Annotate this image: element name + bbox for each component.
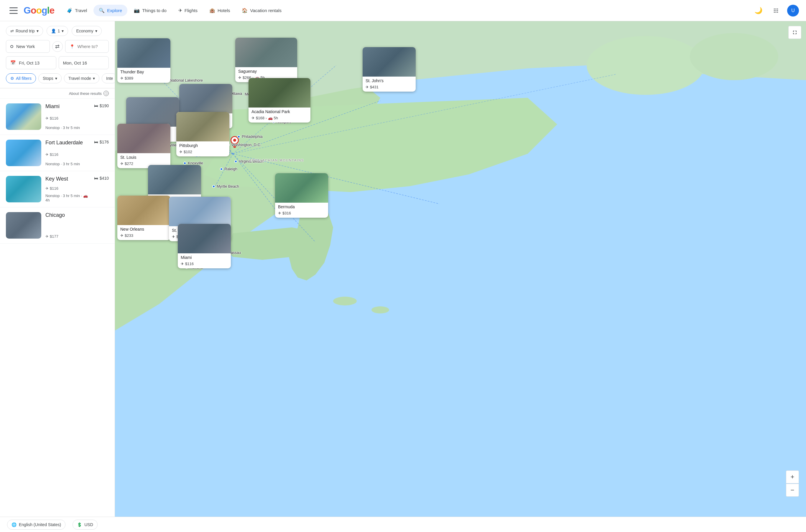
search-controls: ⇄ Round trip ▾ 👤 1 ▾ Economy ▾ [0, 21, 115, 88]
passengers-dropdown[interactable]: 👤 1 ▾ [47, 26, 68, 36]
tab-things-to-do[interactable]: 📷 Things to do [129, 5, 172, 16]
result-details-key-west: ✈ $116 [45, 186, 90, 191]
tab-flights[interactable]: ✈ Flights [173, 5, 203, 16]
flight-icon-chicago: ✈ [45, 234, 49, 239]
zoom-in-button[interactable]: + [786, 471, 799, 483]
map-card-price-new-orleans: ✈ $233 [117, 233, 170, 240]
result-item-fort-lauderdale[interactable]: Fort Lauderdale ✈ $116 Nonstop · 3 hr 5 … [0, 135, 115, 171]
map-card-saguenay[interactable]: Saguenay ✈ $266 › 🚗 5h [235, 38, 297, 82]
about-results-info-icon[interactable]: ⓘ [104, 91, 109, 96]
menu-button[interactable] [7, 4, 20, 17]
city-dot-myrtle-beach[interactable]: Myrtle Beach [212, 184, 239, 189]
explore-icon: 🔍 [99, 8, 105, 13]
results-list[interactable]: Miami ✈ $116 Nonstop · 3 hr 5 min 🛏 $190 [0, 99, 115, 532]
travel-mode-filter-button[interactable]: Travel mode ▾ [64, 73, 99, 83]
destination-input-wrap[interactable]: 📍 [65, 40, 109, 53]
city-dot-label-appalachian: APPALACHIAN MOUNTAINS [249, 158, 304, 162]
header: Google 🧳 Travel 🔍 Explore 📷 Things to do… [0, 0, 806, 21]
city-dot-circle-raleigh [220, 168, 223, 171]
map-fullscreen-button[interactable] [788, 26, 801, 39]
language-button[interactable]: 🌐 English (United States) [7, 520, 66, 530]
map-card-new-orleans[interactable]: New Orleans ✈ $233 [117, 195, 170, 240]
flight-icon-fortlaud: ✈ [45, 152, 49, 157]
tab-hotels[interactable]: 🏨 Hotels [204, 5, 236, 16]
result-flight-details-miami: Nonstop · 3 hr 5 min [45, 126, 90, 130]
origin-input-wrap[interactable] [6, 40, 50, 53]
map-card-acadia[interactable]: Acadia National Park ✈ $168 › 🚗 5h [249, 78, 310, 122]
map-card-miami[interactable]: Miami ✈ $116 [178, 224, 231, 268]
calendar-icon: 📅 [10, 60, 16, 65]
map-card-bermuda[interactable]: Bermuda ✈ $316 [275, 173, 328, 218]
city-dot-dc[interactable]: Washington, D.C. [227, 142, 261, 147]
result-city-fort-lauderdale: Fort Lauderdale [45, 140, 90, 146]
city-dot-knoxville[interactable]: Knoxville [183, 161, 203, 165]
city-dot-label-raleigh: Raleigh [224, 167, 237, 171]
city-dot-label-mb: Myrtle Beach [217, 184, 239, 189]
tab-things-to-do-label: Things to do [142, 8, 167, 13]
trip-controls: ⇄ Round trip ▾ 👤 1 ▾ Economy ▾ [6, 26, 109, 36]
main-layout: ⇄ Round trip ▾ 👤 1 ▾ Economy ▾ [0, 21, 806, 532]
tab-vacation-rentals[interactable]: 🏠 Vacation rentals [236, 5, 287, 16]
inte-label: Inte [106, 76, 113, 81]
svg-point-1 [587, 36, 704, 95]
currency-icon: 💲 [77, 522, 82, 527]
origin-input[interactable] [16, 44, 45, 49]
map-card-label-st-louis: St. Louis [117, 153, 170, 162]
origin-dot-icon [10, 45, 13, 48]
inte-filter-button[interactable]: Inte [102, 73, 115, 83]
all-filters-button[interactable]: ⚙ All filters [6, 73, 36, 83]
dark-mode-button[interactable]: 🌙 [752, 4, 765, 17]
cabin-class-dropdown[interactable]: Economy ▾ [72, 26, 102, 36]
avatar[interactable]: U [787, 5, 799, 17]
return-date-label: Mon, Oct 16 [63, 60, 87, 65]
hotels-icon: 🏨 [209, 8, 215, 13]
map-card-thumb-thunder-bay [117, 38, 170, 68]
tab-explore[interactable]: 🔍 Explore [93, 5, 127, 16]
plane-icon-pittsburgh: ✈ [179, 150, 182, 154]
map-card-thumb-st-augustine [169, 197, 231, 226]
map-card-st-louis[interactable]: St. Louis ✈ $272 [117, 124, 170, 168]
city-dot-raleigh[interactable]: Raleigh [220, 167, 237, 171]
trip-type-icon: ⇄ [10, 28, 14, 33]
result-item-chicago[interactable]: Chicago ✈ $177 [0, 207, 115, 244]
about-results-label: About these results [69, 91, 102, 96]
city-dot-philadelphia[interactable]: Philadelphia [237, 134, 263, 139]
location-inputs: ⇄ 📍 [6, 40, 109, 53]
swap-button[interactable]: ⇄ [52, 41, 63, 52]
svg-point-4 [371, 306, 389, 314]
result-city-chicago: Chicago [45, 212, 105, 218]
depart-date-input[interactable]: 📅 Fri, Oct 13 [6, 56, 56, 69]
trip-type-dropdown[interactable]: ⇄ Round trip ▾ [6, 26, 43, 36]
things-to-do-icon: 📷 [134, 8, 140, 13]
map-card-pittsburgh[interactable]: Pittsburgh ✈ $102 [176, 112, 230, 156]
map-card-thumb-new-orleans [117, 195, 170, 225]
map-card-label-st-johns: St. John's [363, 77, 416, 85]
result-item-key-west[interactable]: Key West ✈ $116 Nonstop · 3 hr 5 min · 🚗… [0, 171, 115, 207]
bottom-bar: 🌐 English (United States) 💲 USD [0, 517, 806, 532]
all-filters-label: All filters [16, 76, 32, 81]
flights-icon: ✈ [178, 8, 182, 13]
map-card-thunder-bay[interactable]: Thunder Bay ✈ $389 [117, 38, 170, 83]
passengers-chevron: ▾ [61, 28, 64, 33]
city-dot-label-dc: Washington, D.C. [232, 142, 261, 147]
hotel-icon-fortlaud: 🛏 [94, 140, 98, 144]
map-card-price-bermuda: ✈ $316 [275, 211, 328, 218]
map-card-price-miami-map: ✈ $116 [178, 262, 231, 268]
currency-button[interactable]: 💲 USD [73, 520, 97, 530]
map-area[interactable]: Ottawa Montré Portland Boston Newport Ph… [115, 21, 806, 532]
tab-travel-label: Travel [75, 8, 87, 13]
result-item-miami[interactable]: Miami ✈ $116 Nonstop · 3 hr 5 min 🛏 $190 [0, 99, 115, 135]
map-card-st-johns[interactable]: St. John's ✈ $431 [363, 47, 416, 92]
result-city-key-west: Key West [45, 176, 90, 182]
apps-button[interactable] [769, 4, 783, 17]
result-info-key-west: Key West ✈ $116 Nonstop · 3 hr 5 min · 🚗… [45, 176, 90, 202]
map-card-price-pittsburgh: ✈ $102 [176, 150, 230, 156]
destination-input[interactable] [77, 44, 105, 49]
tab-travel[interactable]: 🧳 Travel [61, 5, 92, 16]
zoom-out-button[interactable]: − [786, 484, 799, 497]
return-date-input[interactable]: Mon, Oct 16 [59, 56, 109, 69]
depart-date-label: Fri, Oct 13 [19, 60, 39, 65]
tab-hotels-label: Hotels [218, 8, 230, 13]
map-card-label-acadia: Acadia National Park [249, 108, 310, 116]
stops-filter-button[interactable]: Stops ▾ [38, 73, 61, 83]
